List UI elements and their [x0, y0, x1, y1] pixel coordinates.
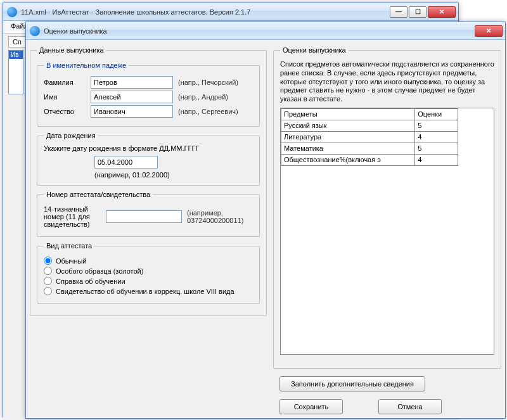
- name-hint: (напр., Андрей): [178, 93, 228, 101]
- close-button[interactable]: ✕: [428, 6, 456, 18]
- col-subject: Предметы: [281, 108, 415, 120]
- cert-kind-option[interactable]: Свидетельство об обучении в коррекц. шко…: [44, 287, 253, 295]
- cert-kind-radio[interactable]: [44, 267, 52, 275]
- table-row[interactable]: Обществознание%(включая э4: [281, 154, 458, 165]
- cert-kind-option[interactable]: Особого образца (золотой): [44, 267, 253, 275]
- dob-legend: Дата рождения: [44, 132, 98, 139]
- nominative-legend: В именительном падеже: [44, 61, 129, 69]
- maximize-button[interactable]: ☐: [409, 6, 427, 18]
- fill-additional-button[interactable]: Заполнить дополнительные сведения: [279, 376, 425, 391]
- name-input[interactable]: [91, 91, 173, 103]
- cert-kind-label: Справка об обучении: [56, 277, 125, 285]
- cert-kind-legend: Вид аттестата: [44, 242, 94, 250]
- subject-cell[interactable]: Русский язык: [281, 120, 415, 131]
- minimize-button[interactable]: —: [390, 6, 408, 18]
- graduate-data-legend: Данные выпускника: [37, 46, 106, 54]
- table-row[interactable]: Математика5: [281, 143, 458, 154]
- grades-table-box[interactable]: Предметы Оценки Русский язык5Литература4…: [280, 108, 494, 355]
- grade-cell[interactable]: 5: [415, 143, 458, 154]
- cert-kind-label: Обычный: [56, 257, 87, 265]
- cert-kind-radio[interactable]: [44, 287, 52, 295]
- bg-list: Ив: [8, 50, 23, 94]
- table-row[interactable]: Русский язык5: [281, 120, 458, 131]
- grades-legend: Оценки выпускника: [280, 46, 349, 54]
- cert-number-legend: Номер аттестата/свидетельства: [44, 191, 153, 198]
- cert-kind-label: Свидетельство об обучении в коррекц. шко…: [56, 288, 234, 295]
- surname-hint: (напр., Печорский): [178, 79, 238, 86]
- grade-cell[interactable]: 5: [415, 120, 458, 131]
- graduate-data-group: Данные выпускника В именительном падеже …: [30, 46, 267, 316]
- app-icon: [7, 7, 17, 17]
- grade-cell[interactable]: 4: [415, 131, 458, 143]
- dob-hint: (например, 01.02.2000): [94, 171, 253, 179]
- col-grade: Оценки: [415, 108, 458, 120]
- cert-number-group: Номер аттестата/свидетельства 14-тизначн…: [37, 191, 260, 237]
- nominative-group: В именительном падеже Фамилия (напр., Пе…: [37, 61, 260, 127]
- dialog-title: Оценки выпускника: [44, 27, 475, 35]
- dob-input[interactable]: [94, 156, 158, 169]
- subject-cell[interactable]: Математика: [281, 143, 415, 154]
- grades-table: Предметы Оценки Русский язык5Литература4…: [281, 108, 458, 166]
- dialog-close-button[interactable]: ✕: [475, 25, 503, 37]
- patronymic-label: Отчество: [44, 108, 86, 115]
- cert-kind-radio[interactable]: [44, 257, 52, 265]
- name-label: Имя: [44, 93, 86, 101]
- dob-group: Дата рождения Укажите дату рождения в фо…: [37, 132, 260, 186]
- cert-kind-option[interactable]: Обычный: [44, 257, 253, 265]
- subject-cell[interactable]: Обществознание%(включая э: [281, 154, 415, 165]
- main-titlebar: 11А.xml - ИвАттестат - Заполнение школьн…: [3, 3, 458, 21]
- cert-kind-option[interactable]: Справка об обучении: [44, 277, 253, 285]
- surname-input[interactable]: [91, 76, 173, 89]
- cert-kind-group: Вид аттестата ОбычныйОсобого образца (зо…: [37, 242, 260, 304]
- cert-kind-label: Особого образца (золотой): [56, 267, 143, 275]
- cancel-button[interactable]: Отмена: [378, 399, 442, 414]
- grades-dialog: Оценки выпускника ✕ Данные выпускника В …: [25, 22, 506, 419]
- subject-cell[interactable]: Литература: [281, 131, 415, 143]
- patronymic-input[interactable]: [91, 105, 173, 118]
- surname-label: Фамилия: [44, 79, 86, 86]
- grade-cell[interactable]: 4: [415, 154, 458, 165]
- save-button[interactable]: Сохранить: [279, 399, 343, 414]
- grades-note: Список предметов автоматически подставля…: [280, 60, 494, 104]
- main-title: 11А.xml - ИвАттестат - Заполнение школьн…: [21, 8, 390, 16]
- cert-number-hint: (например, 03724000200011): [187, 209, 253, 224]
- dialog-titlebar: Оценки выпускника ✕: [26, 22, 505, 40]
- dialog-icon: [30, 26, 40, 36]
- cert-number-input[interactable]: [106, 210, 182, 223]
- patronymic-hint: (напр., Сергеевич): [178, 108, 238, 115]
- bg-tab: Сп: [8, 36, 26, 48]
- cert-kind-radio[interactable]: [44, 277, 52, 285]
- table-row[interactable]: Литература4: [281, 131, 458, 143]
- grades-group: Оценки выпускника Список предметов автом…: [273, 46, 501, 369]
- bg-list-selected: Ив: [9, 51, 23, 59]
- cert-number-label: 14-тизначный номер (11 для свидетельств): [44, 205, 101, 228]
- dob-prompt: Укажите дату рождения в формате ДД.ММ.ГГ…: [44, 144, 253, 152]
